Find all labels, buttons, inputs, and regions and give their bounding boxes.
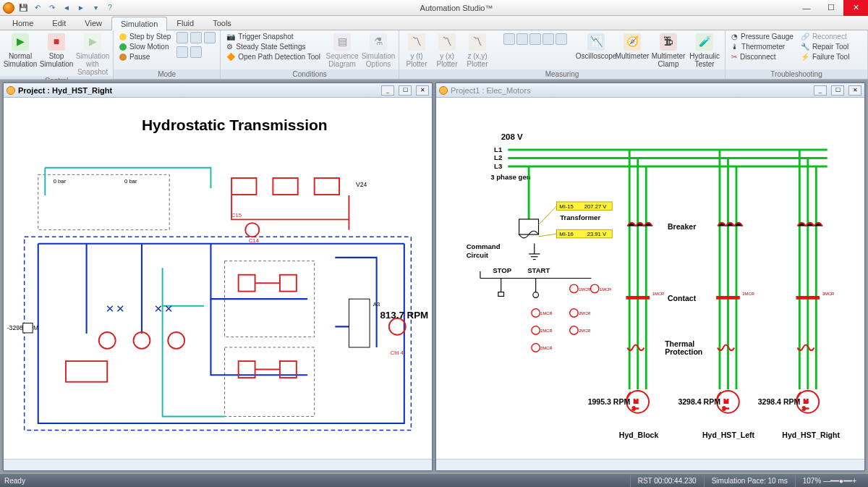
failure-tool-button[interactable]: ⚡Failure Tool <box>799 52 851 62</box>
document-left-title: Project : Hyd_HST_Right <box>18 86 112 95</box>
wrench-icon: 🔧 <box>801 43 809 51</box>
play-icon: ▶ <box>12 33 29 51</box>
multimeter-clamp-button[interactable]: 🗜Multimeter Clamp <box>652 32 684 68</box>
hydraulic-diagram-canvas[interactable]: Hydrostatic Transmission <box>4 98 432 459</box>
slow-label: Slow Motion <box>129 43 169 51</box>
measure-opt2-icon[interactable] <box>516 33 528 45</box>
motorname2: Hyd_HST_Left <box>702 431 755 439</box>
tab-simulation[interactable]: Simulation <box>111 17 167 30</box>
simulation-snapshot-button[interactable]: ▶ Simulation with Snapshot <box>77 32 109 76</box>
pressure-gauge-button[interactable]: ◔Pressure Gauge <box>730 32 795 41</box>
steady-state-button[interactable]: ⚙Steady State Settings <box>225 42 322 51</box>
svg-point-65 <box>532 344 540 352</box>
ribbon-group-mode-label: Mode <box>114 69 220 79</box>
doc-right-min-button[interactable]: _ <box>814 85 827 96</box>
svg-text:3~: 3~ <box>632 405 639 412</box>
qat-save-icon[interactable]: 💾 <box>17 2 29 14</box>
step-by-step-button[interactable]: Step by Step <box>118 32 172 41</box>
doc-right-close-button[interactable]: ✕ <box>848 85 861 96</box>
mi16v: 23.91 V <box>587 231 607 237</box>
svg-text:1MCR: 1MCR <box>600 287 611 292</box>
svg-text:2MCR: 2MCR <box>579 311 590 316</box>
qat-back-icon[interactable]: ◄ <box>61 2 72 14</box>
oscilloscope-button[interactable]: 📉Oscilloscope <box>580 32 612 60</box>
mode-opt4-icon[interactable] <box>176 46 188 58</box>
stop-label: STOP <box>493 266 512 274</box>
reconnect-icon: 🔗 <box>801 33 809 41</box>
svg-rect-5 <box>273 178 297 195</box>
command-label: CommandCircuit <box>467 242 501 259</box>
workspace: Project : Hyd_HST_Right _ ☐ ✕ Hydrostati… <box>0 80 868 474</box>
oscilloscope-icon: 📉 <box>587 33 605 51</box>
oscilloscope-label: Oscilloscope <box>576 52 617 60</box>
status-zoom[interactable]: 107% —━━●━━+ <box>795 474 864 487</box>
zxy-plotter-button[interactable]: 〽z (x,y) Plotter <box>464 32 490 68</box>
doc-left-close-button[interactable]: ✕ <box>416 85 429 96</box>
open-path-button[interactable]: 🔶Open Path Detection Tool <box>225 52 322 62</box>
sequence-icon: ▤ <box>333 33 351 51</box>
mode-opt1-icon[interactable] <box>176 32 188 43</box>
electrical-diagram-canvas[interactable]: 208 V L1 L2 L3 3 phase gen <box>436 98 864 459</box>
flask-icon: ⚗ <box>370 33 387 51</box>
svg-rect-6 <box>315 178 339 195</box>
yt-plotter-button[interactable]: 〽y (t) Plotter <box>404 32 430 68</box>
tab-tools[interactable]: Tools <box>203 16 241 30</box>
svg-point-64 <box>570 326 579 335</box>
svg-text:3MCR: 3MCR <box>822 292 834 296</box>
tab-edit[interactable]: Edit <box>43 16 75 30</box>
thermometer-button[interactable]: 🌡Thermometer <box>730 42 795 51</box>
gauge-icon: ◔ <box>731 33 738 41</box>
tab-home[interactable]: Home <box>3 16 43 30</box>
doc-left-min-button[interactable]: _ <box>381 85 394 96</box>
plot-zxy-icon: 〽 <box>469 33 486 51</box>
mode-opt5-icon[interactable] <box>190 46 202 58</box>
mode-opt3-icon[interactable] <box>204 32 216 43</box>
motorname3: Hyd_HST_Right <box>782 431 840 439</box>
measure-opt4-icon[interactable] <box>542 33 554 45</box>
qat-redo-icon[interactable]: ↷ <box>46 2 58 14</box>
rpm3: 3298.4 RPM <box>758 397 801 406</box>
qat-help-icon[interactable]: ? <box>104 2 116 14</box>
minimize-button[interactable]: — <box>794 0 819 16</box>
svg-point-63 <box>532 326 540 335</box>
qat-fwd-icon[interactable]: ► <box>75 2 87 14</box>
yx-plotter-button[interactable]: 〽y (x) Plotter <box>434 32 460 68</box>
qat-dropdown-icon[interactable]: ▾ <box>90 2 101 14</box>
stop-simulation-button[interactable]: ■ Stop Simulation <box>41 32 72 68</box>
start-label: START <box>527 266 550 274</box>
disconnect-button[interactable]: ✂Disconnect <box>730 52 795 62</box>
ribbon-group-measuring-label: Measuring <box>399 69 725 79</box>
maximize-button[interactable]: ☐ <box>819 0 843 16</box>
tab-view[interactable]: View <box>75 16 111 30</box>
repair-tool-button[interactable]: 🔧Repair Tool <box>799 42 851 51</box>
gear-icon: ⚙ <box>226 43 233 51</box>
multimeter-button[interactable]: 🧭Multimeter <box>616 32 648 60</box>
disconnect-icon: ✂ <box>731 53 737 61</box>
sequence-diagram-button[interactable]: ▤Sequence Diagram <box>326 32 358 68</box>
svg-text:M: M <box>804 398 808 405</box>
tab-fluid[interactable]: Fluid <box>167 16 203 30</box>
a3-label: A3 <box>373 301 380 308</box>
qat-undo-icon[interactable]: ↶ <box>32 2 43 14</box>
play-snapshot-icon: ▶ <box>84 33 101 51</box>
simulation-options-button[interactable]: ⚗Simulation Options <box>362 32 394 68</box>
measure-opt5-icon[interactable] <box>556 33 567 45</box>
close-button[interactable]: ✕ <box>843 0 868 16</box>
multimeter-label: Multimeter <box>616 52 650 60</box>
trigger-snapshot-button[interactable]: 📷Trigger Snapshot <box>225 32 322 41</box>
doc-left-max-button[interactable]: ☐ <box>399 85 412 96</box>
mode-opt2-icon[interactable] <box>190 32 202 43</box>
mi15v: 207.27 V <box>584 203 608 210</box>
measure-opt3-icon[interactable] <box>529 33 541 45</box>
hydraulic-tester-button[interactable]: 🧪Hydraulic Tester <box>689 32 720 68</box>
ribbon-group-troubleshooting: ◔Pressure Gauge 🌡Thermometer ✂Disconnect… <box>726 30 868 79</box>
svg-text:3~: 3~ <box>802 405 809 412</box>
clamp-icon: 🗜 <box>660 33 677 51</box>
svg-rect-44 <box>519 219 539 234</box>
doc-right-max-button[interactable]: ☐ <box>831 85 844 96</box>
reconnect-button[interactable]: 🔗Reconnect <box>799 32 851 41</box>
measure-opt1-icon[interactable] <box>503 33 515 45</box>
normal-simulation-button[interactable]: ▶ Normal Simulation <box>4 32 36 68</box>
slow-motion-button[interactable]: Slow Motion <box>118 42 172 51</box>
pause-button[interactable]: Pause <box>118 52 172 62</box>
